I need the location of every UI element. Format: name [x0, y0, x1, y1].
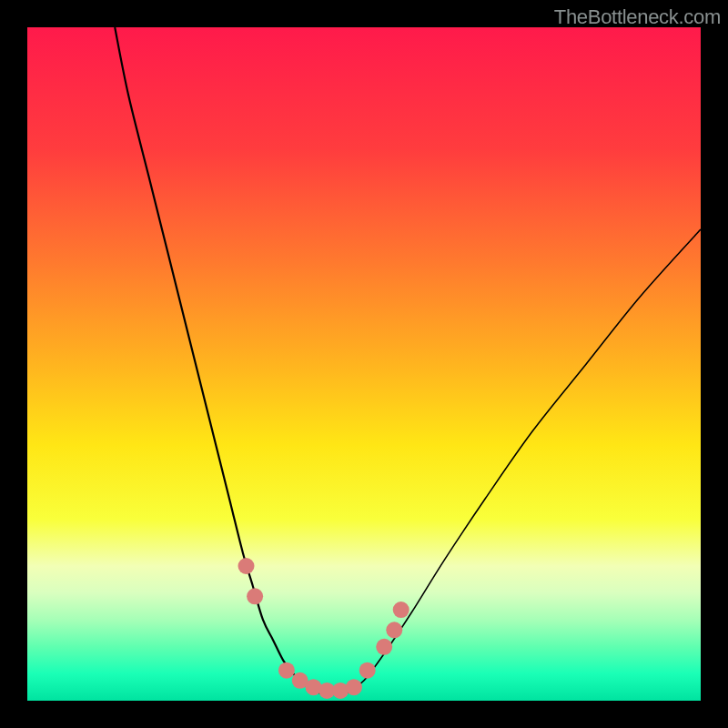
- left-marker-1: [238, 558, 255, 574]
- watermark-text: TheBottleneck.com: [554, 5, 721, 29]
- chart-container: TheBottleneck.com: [0, 0, 728, 728]
- right-marker-1: [359, 662, 376, 679]
- bottom-marker-1: [278, 662, 295, 679]
- right-marker-3: [386, 622, 402, 638]
- right-marker-2: [376, 639, 392, 655]
- chart-svg: [0, 0, 728, 728]
- left-marker-2: [247, 588, 263, 604]
- bottom-marker-6: [346, 679, 362, 695]
- plot-background: [27, 27, 701, 701]
- right-marker-4: [393, 602, 410, 618]
